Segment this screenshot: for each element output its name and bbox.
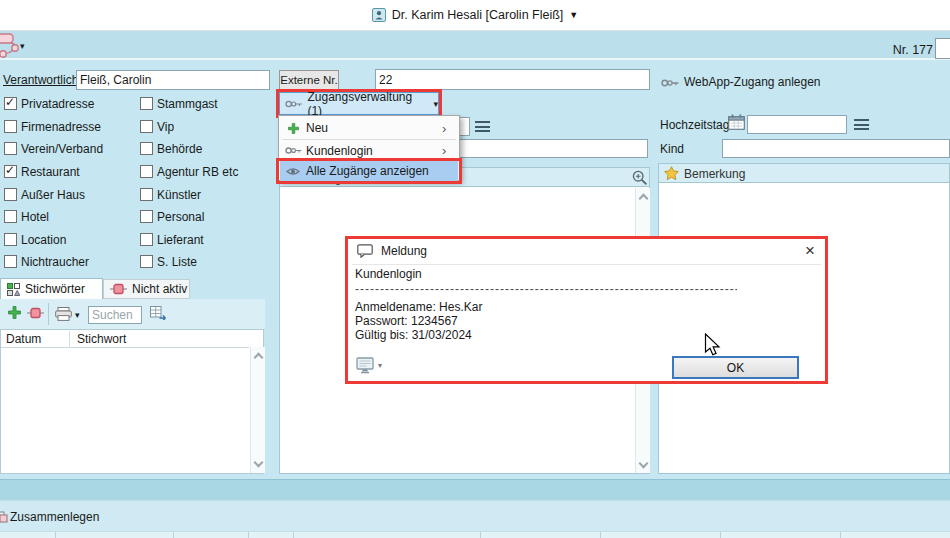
- column-separator: [293, 532, 294, 538]
- mouse-cursor: [704, 333, 721, 358]
- column-separator: [248, 532, 249, 538]
- tab-label: Stichwörter: [25, 282, 85, 296]
- scroll-down-icon[interactable]: [638, 460, 647, 469]
- checkbox-lieferant[interactable]: [140, 233, 153, 246]
- externe-nr-button[interactable]: Externe Nr.: [279, 70, 339, 90]
- record-title-dropdown[interactable]: Dr. Karim Hesali [Carolin Fleiß] ▼: [372, 8, 579, 22]
- scroll-up-icon[interactable]: [638, 192, 647, 201]
- submenu-arrow-icon: ›: [442, 121, 458, 136]
- scroll-up-icon[interactable]: [253, 351, 262, 360]
- checkbox-label: Firmenadresse: [21, 120, 101, 134]
- tab-label: Nicht aktiv: [132, 282, 187, 296]
- checkbox-label: Außer Haus: [21, 188, 85, 202]
- menu-lines-icon[interactable]: [475, 121, 490, 132]
- zusammenlegen-label[interactable]: Zusammenlegen: [10, 510, 99, 524]
- column-separator: [600, 532, 601, 538]
- dialog-titlebar: Meldung: [348, 239, 825, 263]
- column-header-datum[interactable]: Datum: [6, 332, 41, 346]
- checkbox-restaurant[interactable]: [4, 165, 17, 178]
- message-bubble-icon: [357, 244, 373, 258]
- checkbox-label: Agentur RB etc: [157, 165, 238, 179]
- deactivate-icon[interactable]: [27, 307, 44, 319]
- meldung-dialog: Meldung × Kundenlogin ------------------…: [345, 236, 828, 384]
- checkbox-vip[interactable]: [140, 120, 153, 133]
- checkbox-s-liste[interactable]: [140, 255, 153, 268]
- header-divider: [1, 347, 249, 348]
- add-icon[interactable]: [8, 306, 21, 319]
- checkbox-behoerde[interactable]: [140, 142, 153, 155]
- bemerkung-header: Bemerkung: [658, 163, 950, 183]
- dialog-title: Meldung: [381, 244, 427, 258]
- checkbox-hotel[interactable]: [4, 210, 17, 223]
- menu-item-kundenlogin[interactable]: Kundenlogin ›: [280, 140, 458, 161]
- menu-lines-icon[interactable]: [854, 119, 869, 130]
- checkbox-nichtraucher[interactable]: [4, 255, 17, 268]
- monitor-icon: [356, 357, 376, 374]
- inactive-icon: [110, 283, 127, 295]
- checkbox-label: Behörde: [157, 142, 202, 156]
- hochzeitstag-input[interactable]: [747, 115, 847, 134]
- checkbox-verein-verband[interactable]: [4, 142, 17, 155]
- toolbar-separator: [48, 303, 49, 325]
- column-header-stichwort[interactable]: Stichwort: [77, 332, 126, 346]
- webapp-zugang-label: WebApp-Zugang anlegen: [684, 75, 821, 89]
- zugangsverwaltung-menu: Neu › Kundenlogin › Alle Zugänge anzeige…: [278, 115, 460, 181]
- checkbox-label: Verein/Verband: [21, 142, 103, 156]
- column-separator: [840, 532, 841, 538]
- checkbox-privatadresse[interactable]: [4, 97, 17, 110]
- dialog-text-gueltig-bis: Gültig bis: 31/03/2024: [355, 328, 472, 342]
- responsible-input[interactable]: [76, 70, 270, 90]
- column-separator: [720, 532, 721, 538]
- column-separator: [173, 532, 174, 538]
- statusbar: Zusammenlegen: [0, 500, 950, 531]
- keywords-table: Datum Stichwort: [0, 329, 264, 474]
- page-title: Dr. Karim Hesali [Carolin Fleiß]: [392, 8, 564, 22]
- star-icon: [664, 166, 679, 181]
- close-icon[interactable]: ×: [805, 241, 815, 261]
- add-icon: [288, 123, 299, 134]
- checkbox-ausser-haus[interactable]: [4, 188, 17, 201]
- column-separator: [480, 532, 481, 538]
- export-table-icon[interactable]: [150, 306, 167, 320]
- dialog-text-anmeldename: Anmeldename: Hes.Kar: [355, 300, 482, 314]
- ok-button[interactable]: OK: [672, 356, 799, 379]
- keywords-scrollbar[interactable]: [250, 347, 265, 473]
- printer-icon: [55, 307, 72, 321]
- checkbox-stammgast[interactable]: [140, 97, 153, 110]
- hochzeitstag-label: Hochzeitstag: [660, 118, 729, 132]
- checkbox-personal[interactable]: [140, 210, 153, 223]
- scroll-down-icon[interactable]: [253, 459, 262, 468]
- dialog-text-kundenlogin: Kundenlogin: [355, 267, 422, 281]
- link-records-icon: [0, 33, 34, 59]
- key-icon: [285, 146, 302, 155]
- checkbox-kuenstler[interactable]: [140, 188, 153, 201]
- zoom-magnifier-icon[interactable]: [632, 170, 648, 186]
- search-input[interactable]: [88, 306, 142, 324]
- dialog-separator-dashes: ----------------------------------------…: [355, 282, 737, 296]
- checkbox-label: S. Liste: [157, 255, 197, 269]
- checkbox-label: Location: [21, 233, 66, 247]
- checkbox-firmenadresse[interactable]: [4, 120, 17, 133]
- calendar-icon[interactable]: [728, 114, 745, 130]
- checkbox-location[interactable]: [4, 233, 17, 246]
- menu-item-alle-zugaenge[interactable]: Alle Zugänge anzeigen: [280, 161, 458, 181]
- checkbox-label: Restaurant: [21, 165, 80, 179]
- bottom-band: [0, 479, 950, 500]
- main-toolbar: [0, 31, 950, 60]
- eye-icon: [286, 167, 300, 176]
- column-separator[interactable]: [69, 331, 70, 347]
- tab-stichwoerter[interactable]: Stichwörter: [0, 278, 103, 299]
- responsible-link[interactable]: Verantwortlich: [3, 73, 78, 87]
- column-separator: [55, 532, 56, 538]
- corner-button[interactable]: [935, 38, 950, 59]
- tab-nicht-aktiv[interactable]: Nicht aktiv: [103, 279, 190, 299]
- titlebar: Dr. Karim Hesali [Carolin Fleiß] ▼: [0, 0, 950, 31]
- checkbox-label: Nichtraucher: [21, 255, 89, 269]
- kind-input[interactable]: [722, 139, 950, 158]
- menu-item-label: Kundenlogin: [306, 144, 442, 158]
- externe-nr-input[interactable]: [375, 69, 650, 90]
- zugangsverwaltung-button[interactable]: Zugangsverwaltung (1) ▾: [279, 92, 439, 115]
- menu-item-neu[interactable]: Neu ›: [280, 117, 458, 139]
- chevron-down-icon: ▾: [378, 361, 382, 370]
- checkbox-agentur[interactable]: [140, 165, 153, 178]
